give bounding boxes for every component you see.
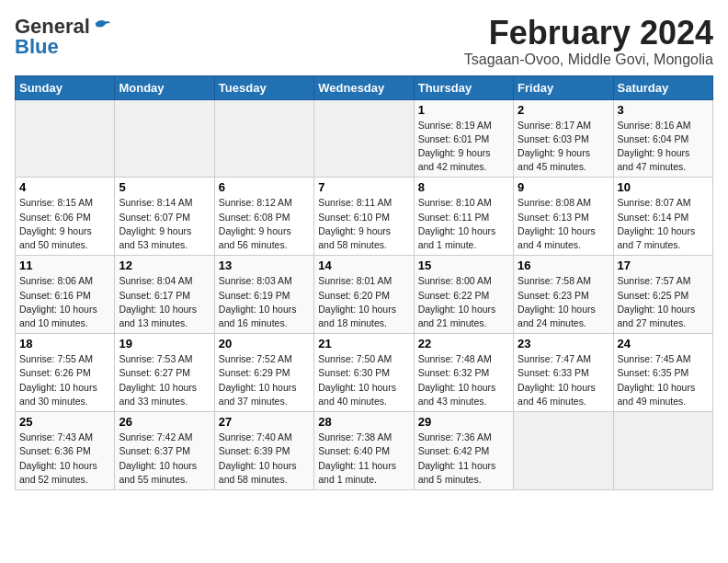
day-info: Sunrise: 7:36 AM Sunset: 6:42 PM Dayligh… (418, 431, 509, 487)
day-info: Sunrise: 8:10 AM Sunset: 6:11 PM Dayligh… (418, 196, 509, 252)
calendar-week-row: 18Sunrise: 7:55 AM Sunset: 6:26 PM Dayli… (16, 334, 713, 412)
day-info: Sunrise: 7:57 AM Sunset: 6:25 PM Dayligh… (618, 274, 709, 330)
day-number: 29 (418, 415, 509, 429)
calendar-cell: 29Sunrise: 7:36 AM Sunset: 6:42 PM Dayli… (414, 412, 513, 490)
calendar-table: Sunday Monday Tuesday Wednesday Thursday… (15, 75, 713, 490)
calendar-cell (16, 99, 115, 178)
day-info: Sunrise: 7:55 AM Sunset: 6:26 PM Dayligh… (19, 352, 110, 408)
calendar-cell: 7Sunrise: 8:11 AM Sunset: 6:10 PM Daylig… (314, 178, 414, 256)
day-number: 2 (518, 103, 609, 117)
day-info: Sunrise: 8:08 AM Sunset: 6:13 PM Dayligh… (518, 196, 609, 252)
calendar-cell: 2Sunrise: 8:17 AM Sunset: 6:03 PM Daylig… (514, 99, 613, 178)
day-number: 10 (618, 180, 709, 194)
day-info: Sunrise: 7:53 AM Sunset: 6:27 PM Dayligh… (119, 352, 210, 408)
calendar-cell: 25Sunrise: 7:43 AM Sunset: 6:36 PM Dayli… (16, 412, 115, 490)
day-number: 6 (219, 180, 310, 194)
calendar-week-row: 1Sunrise: 8:19 AM Sunset: 6:01 PM Daylig… (16, 99, 713, 178)
logo-bird-icon (92, 17, 112, 37)
day-number: 3 (618, 103, 709, 117)
col-monday: Monday (115, 75, 214, 99)
day-info: Sunrise: 7:48 AM Sunset: 6:32 PM Dayligh… (418, 352, 509, 408)
day-info: Sunrise: 8:00 AM Sunset: 6:22 PM Dayligh… (418, 274, 509, 330)
calendar-cell: 20Sunrise: 7:52 AM Sunset: 6:29 PM Dayli… (214, 334, 313, 412)
day-number: 14 (318, 259, 409, 272)
calendar-cell: 21Sunrise: 7:50 AM Sunset: 6:30 PM Dayli… (314, 334, 414, 412)
calendar-cell: 17Sunrise: 7:57 AM Sunset: 6:25 PM Dayli… (613, 256, 712, 334)
day-info: Sunrise: 8:16 AM Sunset: 6:04 PM Dayligh… (618, 119, 709, 175)
day-number: 24 (618, 337, 709, 350)
calendar-cell: 22Sunrise: 7:48 AM Sunset: 6:32 PM Dayli… (414, 334, 513, 412)
day-number: 4 (19, 180, 110, 194)
calendar-cell: 13Sunrise: 8:03 AM Sunset: 6:19 PM Dayli… (214, 256, 313, 334)
calendar-cell: 28Sunrise: 7:38 AM Sunset: 6:40 PM Dayli… (314, 412, 414, 490)
logo-blue-text: Blue (15, 35, 59, 59)
day-number: 1 (418, 103, 509, 117)
calendar-cell: 5Sunrise: 8:14 AM Sunset: 6:07 PM Daylig… (115, 178, 214, 256)
day-info: Sunrise: 7:52 AM Sunset: 6:29 PM Dayligh… (219, 352, 310, 408)
day-number: 27 (219, 415, 310, 429)
calendar-cell: 23Sunrise: 7:47 AM Sunset: 6:33 PM Dayli… (514, 334, 613, 412)
col-friday: Friday (514, 75, 613, 99)
day-number: 12 (119, 259, 210, 272)
day-info: Sunrise: 8:03 AM Sunset: 6:19 PM Dayligh… (219, 274, 310, 330)
day-number: 11 (19, 259, 110, 272)
day-info: Sunrise: 8:14 AM Sunset: 6:07 PM Dayligh… (119, 196, 210, 252)
day-info: Sunrise: 8:19 AM Sunset: 6:01 PM Dayligh… (418, 119, 509, 175)
day-number: 19 (119, 337, 210, 350)
calendar-cell: 9Sunrise: 8:08 AM Sunset: 6:13 PM Daylig… (514, 178, 613, 256)
calendar-cell: 16Sunrise: 7:58 AM Sunset: 6:23 PM Dayli… (514, 256, 613, 334)
logo: General Blue (15, 15, 112, 59)
day-info: Sunrise: 7:42 AM Sunset: 6:37 PM Dayligh… (119, 431, 210, 487)
day-info: Sunrise: 8:01 AM Sunset: 6:20 PM Dayligh… (318, 274, 409, 330)
calendar-cell (314, 99, 414, 178)
day-number: 17 (618, 259, 709, 272)
day-number: 13 (219, 259, 310, 272)
day-info: Sunrise: 8:12 AM Sunset: 6:08 PM Dayligh… (219, 196, 310, 252)
day-number: 20 (219, 337, 310, 350)
day-number: 22 (418, 337, 509, 350)
calendar-header-row: Sunday Monday Tuesday Wednesday Thursday… (16, 75, 713, 99)
day-info: Sunrise: 8:07 AM Sunset: 6:14 PM Dayligh… (618, 196, 709, 252)
calendar-week-row: 4Sunrise: 8:15 AM Sunset: 6:06 PM Daylig… (16, 178, 713, 256)
day-number: 15 (418, 259, 509, 272)
day-number: 28 (318, 415, 409, 429)
calendar-cell (514, 412, 613, 490)
day-info: Sunrise: 7:58 AM Sunset: 6:23 PM Dayligh… (518, 274, 609, 330)
location-subtitle: Tsagaan-Ovoo, Middle Govi, Mongolia (464, 52, 713, 68)
col-saturday: Saturday (613, 75, 712, 99)
calendar-cell: 11Sunrise: 8:06 AM Sunset: 6:16 PM Dayli… (16, 256, 115, 334)
day-info: Sunrise: 7:43 AM Sunset: 6:36 PM Dayligh… (19, 431, 110, 487)
day-info: Sunrise: 7:38 AM Sunset: 6:40 PM Dayligh… (318, 431, 409, 487)
calendar-cell: 3Sunrise: 8:16 AM Sunset: 6:04 PM Daylig… (613, 99, 712, 178)
calendar-cell: 8Sunrise: 8:10 AM Sunset: 6:11 PM Daylig… (414, 178, 513, 256)
day-info: Sunrise: 7:45 AM Sunset: 6:35 PM Dayligh… (618, 352, 709, 408)
day-info: Sunrise: 8:17 AM Sunset: 6:03 PM Dayligh… (518, 119, 609, 175)
col-sunday: Sunday (16, 75, 115, 99)
calendar-cell: 27Sunrise: 7:40 AM Sunset: 6:39 PM Dayli… (214, 412, 313, 490)
calendar-cell: 14Sunrise: 8:01 AM Sunset: 6:20 PM Dayli… (314, 256, 414, 334)
day-info: Sunrise: 8:11 AM Sunset: 6:10 PM Dayligh… (318, 196, 409, 252)
calendar-week-row: 11Sunrise: 8:06 AM Sunset: 6:16 PM Dayli… (16, 256, 713, 334)
calendar-cell: 19Sunrise: 7:53 AM Sunset: 6:27 PM Dayli… (115, 334, 214, 412)
day-info: Sunrise: 7:47 AM Sunset: 6:33 PM Dayligh… (518, 352, 609, 408)
day-number: 18 (19, 337, 110, 350)
day-info: Sunrise: 8:15 AM Sunset: 6:06 PM Dayligh… (19, 196, 110, 252)
calendar-cell: 6Sunrise: 8:12 AM Sunset: 6:08 PM Daylig… (214, 178, 313, 256)
day-number: 23 (518, 337, 609, 350)
day-number: 25 (19, 415, 110, 429)
calendar-week-row: 25Sunrise: 7:43 AM Sunset: 6:36 PM Dayli… (16, 412, 713, 490)
day-number: 5 (119, 180, 210, 194)
calendar-cell: 26Sunrise: 7:42 AM Sunset: 6:37 PM Dayli… (115, 412, 214, 490)
calendar-cell: 4Sunrise: 8:15 AM Sunset: 6:06 PM Daylig… (16, 178, 115, 256)
calendar-cell: 12Sunrise: 8:04 AM Sunset: 6:17 PM Dayli… (115, 256, 214, 334)
calendar-cell: 15Sunrise: 8:00 AM Sunset: 6:22 PM Dayli… (414, 256, 513, 334)
col-wednesday: Wednesday (314, 75, 414, 99)
title-block: February 2024 Tsagaan-Ovoo, Middle Govi,… (464, 15, 713, 68)
calendar-cell (214, 99, 313, 178)
month-title: February 2024 (464, 15, 713, 52)
calendar-cell: 18Sunrise: 7:55 AM Sunset: 6:26 PM Dayli… (16, 334, 115, 412)
day-number: 26 (119, 415, 210, 429)
day-number: 9 (518, 180, 609, 194)
calendar-cell (115, 99, 214, 178)
day-number: 7 (318, 180, 409, 194)
